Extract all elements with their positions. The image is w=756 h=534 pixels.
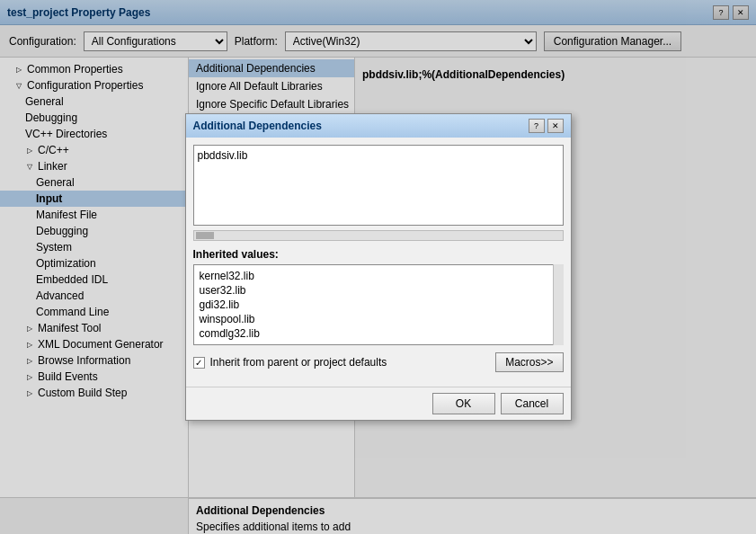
dialog-textarea[interactable] <box>193 145 564 226</box>
inherited-item-2: gdi32.lib <box>198 298 559 312</box>
additional-dependencies-dialog: Additional Dependencies ? ✕ Inherited va… <box>185 113 572 421</box>
dialog-overlay: Additional Dependencies ? ✕ Inherited va… <box>0 0 756 534</box>
dialog-help-button[interactable]: ? <box>529 119 545 133</box>
dialog-title-buttons: ? ✕ <box>529 119 564 133</box>
dialog-hscroll-thumb <box>196 232 214 239</box>
inherited-item-1: user32.lib <box>198 283 559 298</box>
inherited-label: Inherited values: <box>193 248 564 261</box>
inherited-box: kernel32.lib user32.lib gdi32.lib winspo… <box>193 264 564 345</box>
inherited-container: kernel32.lib user32.lib gdi32.lib winspo… <box>193 264 564 345</box>
inherited-item-0: kernel32.lib <box>198 269 559 283</box>
inherited-item-3: winspool.lib <box>198 312 559 326</box>
macros-button[interactable]: Macros>> <box>495 352 563 372</box>
inherited-scrollbar[interactable] <box>553 264 564 345</box>
dialog-footer: OK Cancel <box>186 387 571 420</box>
dialog-content: Inherited values: kernel32.lib user32.li… <box>186 138 571 387</box>
dialog-close-button[interactable]: ✕ <box>547 119 564 133</box>
dialog-title: Additional Dependencies <box>193 120 322 132</box>
dialog-cancel-button[interactable]: Cancel <box>501 393 564 414</box>
dialog-title-bar: Additional Dependencies ? ✕ <box>186 114 571 138</box>
dialog-ok-button[interactable]: OK <box>432 393 495 414</box>
dialog-hscroll[interactable] <box>193 230 564 241</box>
checkbox-row: ✓ Inherit from parent or project default… <box>193 352 564 372</box>
inherited-item-4: comdlg32.lib <box>198 326 559 341</box>
checkbox-label: Inherit from parent or project defaults <box>210 356 387 369</box>
inherit-checkbox[interactable]: ✓ <box>193 357 205 369</box>
